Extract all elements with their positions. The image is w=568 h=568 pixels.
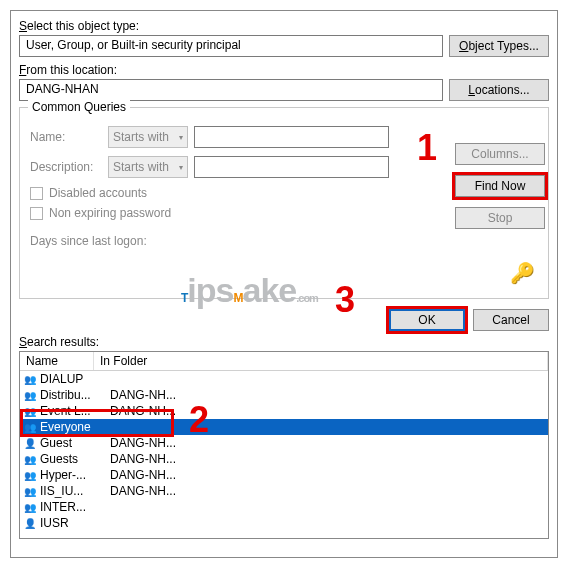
combo-text: Starts with (113, 130, 169, 144)
result-folder: DANG-NH... (110, 388, 176, 402)
result-row[interactable]: 👥Distribu...DANG-NH... (20, 387, 548, 403)
col-name[interactable]: Name (20, 352, 94, 370)
search-results-list[interactable]: Name In Folder 👥DIALUP👥Distribu...DANG-N… (19, 351, 549, 539)
results-header: Name In Folder (20, 352, 548, 371)
common-queries-legend: Common Queries (28, 100, 130, 114)
result-row[interactable]: 👥Event L...DANG-NH... (20, 403, 548, 419)
result-name: IIS_IU... (40, 484, 108, 498)
group-icon: 👥 (22, 372, 38, 386)
result-row[interactable]: 👥INTER... (20, 499, 548, 515)
object-types-button[interactable]: Object Types... (449, 35, 549, 57)
result-name: Guests (40, 452, 108, 466)
search-key-icon: 🔑 (510, 261, 535, 285)
disabled-accounts-label: Disabled accounts (49, 186, 147, 200)
result-folder: DANG-NH... (110, 436, 176, 450)
nonexpiring-checkbox[interactable] (30, 207, 43, 220)
col-infolder[interactable]: In Folder (94, 352, 548, 370)
description-filter-label: Description: (30, 160, 102, 174)
group-icon: 👥 (22, 452, 38, 466)
group-icon: 👥 (22, 500, 38, 514)
result-folder: DANG-NH... (110, 452, 176, 466)
group-icon: 👥 (22, 404, 38, 418)
result-name: Guest (40, 436, 108, 450)
disabled-accounts-checkbox[interactable] (30, 187, 43, 200)
name-filter-input[interactable] (194, 126, 389, 148)
location-readonly: DANG-NHAN (19, 79, 443, 101)
name-startswith-combo[interactable]: Starts with ▾ (108, 126, 188, 148)
search-results-label: Search results: (19, 335, 549, 349)
result-name: Hyper-... (40, 468, 108, 482)
columns-button[interactable]: Columns... (455, 143, 545, 165)
result-row[interactable]: 👥IIS_IU...DANG-NH... (20, 483, 548, 499)
result-row[interactable]: 👤GuestDANG-NH... (20, 435, 548, 451)
result-row[interactable]: 👤IUSR (20, 515, 548, 531)
object-type-readonly: User, Group, or Built-in security princi… (19, 35, 443, 57)
result-row[interactable]: 👥GuestsDANG-NH... (20, 451, 548, 467)
annotation-1: 1 (417, 127, 437, 169)
select-users-dialog: Select this object type: User, Group, or… (10, 10, 558, 558)
group-icon: 👥 (22, 388, 38, 402)
description-filter-input[interactable] (194, 156, 389, 178)
locations-button[interactable]: Locations... (449, 79, 549, 101)
result-row[interactable]: 👥DIALUP (20, 371, 548, 387)
result-name: DIALUP (40, 372, 108, 386)
result-folder: DANG-NH... (110, 468, 176, 482)
result-folder: DANG-NH... (110, 484, 176, 498)
combo-text: Starts with (113, 160, 169, 174)
chevron-down-icon: ▾ (179, 163, 183, 172)
annotation-2: 2 (189, 399, 209, 441)
user-icon: 👤 (22, 516, 38, 530)
select-object-type-label: Select this object type: (19, 19, 549, 33)
stop-button: Stop (455, 207, 545, 229)
result-row[interactable]: 👥Everyone (20, 419, 548, 435)
result-name: Everyone (40, 420, 108, 434)
annotation-3: 3 (335, 279, 355, 321)
description-startswith-combo[interactable]: Starts with ▾ (108, 156, 188, 178)
result-name: Distribu... (40, 388, 108, 402)
group-icon: 👥 (22, 420, 38, 434)
from-location-label: From this location: (19, 63, 549, 77)
ok-button[interactable]: OK (389, 309, 465, 331)
name-filter-label: Name: (30, 130, 102, 144)
cancel-button[interactable]: Cancel (473, 309, 549, 331)
find-now-button[interactable]: Find Now (455, 175, 545, 197)
group-icon: 👥 (22, 484, 38, 498)
user-icon: 👤 (22, 436, 38, 450)
result-name: INTER... (40, 500, 108, 514)
nonexpiring-label: Non expiring password (49, 206, 171, 220)
result-name: IUSR (40, 516, 108, 530)
days-logon-label: Days since last logon: (30, 234, 150, 248)
chevron-down-icon: ▾ (179, 133, 183, 142)
result-folder: DANG-NH... (110, 404, 176, 418)
result-name: Event L... (40, 404, 108, 418)
result-row[interactable]: 👥Hyper-...DANG-NH... (20, 467, 548, 483)
group-icon: 👥 (22, 468, 38, 482)
